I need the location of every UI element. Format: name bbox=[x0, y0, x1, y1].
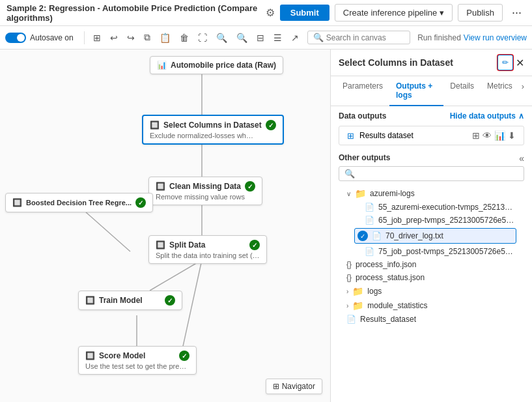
file-55[interactable]: 📄 55_azuremi-execution-tvmps_25213005726… bbox=[354, 201, 516, 214]
top-bar: Sample 2: Regression - Automobile Price … bbox=[0, 0, 532, 26]
file-icon-55: 📄 bbox=[365, 203, 374, 212]
panel-header: Select Columns in Dataset ✏ ✕ bbox=[331, 50, 532, 76]
submit-button[interactable]: Submit bbox=[280, 5, 329, 21]
pipeline-button[interactable]: Create inference pipeline ▾ bbox=[335, 4, 453, 22]
train-model-label: Train Model bbox=[99, 296, 143, 305]
results-file-icon: 📄 bbox=[346, 315, 356, 324]
clean-missing-node[interactable]: 🔲 Clean Missing Data ✓ Remove missing va… bbox=[148, 177, 262, 205]
boosted-node[interactable]: 🔲 Boosted Decision Tree Regre... ✓ bbox=[5, 193, 153, 212]
navigator-button[interactable]: ⊞ Navigator bbox=[266, 379, 322, 394]
split-icon: 🔲 bbox=[156, 240, 165, 250]
file-75[interactable]: 📄 75_job_post-tvmps_25213005726e56dba07a… bbox=[354, 245, 516, 258]
eye-icon[interactable]: 👁 bbox=[483, 130, 492, 141]
automobile-node[interactable]: 📊 Automobile price data (Raw) bbox=[150, 56, 283, 74]
process-info-file[interactable]: {} process_info.json bbox=[346, 258, 516, 271]
panel-edit-button[interactable]: ✏ bbox=[497, 55, 513, 70]
split-data-sub: Split the data into training set (0.7) a… bbox=[156, 251, 260, 259]
hide-data-outputs-link[interactable]: Hide data outputs bbox=[450, 111, 516, 121]
train-model-node[interactable]: 🔲 Train Model ✓ bbox=[78, 291, 182, 310]
visualize-icon[interactable]: ⊞ bbox=[472, 130, 480, 141]
file-icon-75: 📄 bbox=[365, 247, 374, 256]
publish-button[interactable]: Publish bbox=[458, 4, 503, 22]
zoom-in-button[interactable]: 🔍 bbox=[233, 31, 251, 45]
download-icon[interactable]: ⬇ bbox=[508, 130, 516, 141]
split-data-node[interactable]: 🔲 Split Data ✓ Split the data into train… bbox=[148, 235, 267, 264]
panel-close-button[interactable]: ✕ bbox=[516, 57, 524, 69]
svg-line-3 bbox=[85, 211, 130, 251]
file-70[interactable]: ✓ 📄 70_driver_log.txt bbox=[354, 228, 516, 244]
file-icon-70: 📄 bbox=[372, 231, 382, 240]
undo-button[interactable]: ↩ bbox=[107, 31, 121, 45]
file-55-label: 55_azuremi-execution-tvmps_25213005726e5… bbox=[378, 203, 516, 212]
collapse-button[interactable]: « bbox=[519, 153, 524, 164]
tab-metrics[interactable]: Metrics bbox=[481, 76, 519, 106]
separator-1 bbox=[84, 31, 85, 44]
autosave-switch[interactable] bbox=[5, 33, 26, 43]
toggle-thumb bbox=[17, 34, 25, 42]
zoom-out-button[interactable]: 🔍 bbox=[213, 31, 231, 45]
results-dataset-file[interactable]: 📄 Results_dataset bbox=[346, 313, 516, 326]
module-statistics-folder[interactable]: › 📁 module_statistics bbox=[346, 298, 516, 313]
tab-outputs-logs[interactable]: Outputs + logs bbox=[389, 76, 443, 106]
chevron-right-logs: › bbox=[346, 288, 348, 295]
more-options-button[interactable]: ··· bbox=[508, 5, 525, 21]
logs-label: logs bbox=[367, 287, 516, 296]
side-panel: Select Columns in Dataset ✏ ✕ Parameters… bbox=[330, 50, 532, 402]
file-tree: ∨ 📁 azuremi-logs 📄 55_azuremi-execution-… bbox=[339, 186, 524, 326]
results-dataset-label: Results dataset bbox=[359, 131, 413, 140]
automobile-node-header: 📊 Automobile price data (Raw) bbox=[157, 61, 276, 70]
dataset-action-icons: ⊞ 👁 📊 ⬇ bbox=[472, 130, 516, 141]
search-outputs-icon: 🔍 bbox=[344, 169, 355, 179]
pipeline-canvas[interactable]: 📊 Automobile price data (Raw) 🔲 Select C… bbox=[0, 50, 330, 402]
boosted-check: ✓ bbox=[135, 197, 146, 208]
canvas-search-input[interactable] bbox=[326, 33, 404, 42]
tab-outputs-label: Outputs + logs bbox=[396, 81, 432, 100]
score-model-node[interactable]: 🔲 Score Model ✓ Use the test set to get … bbox=[78, 346, 197, 375]
process-status-file[interactable]: {} process_status.json bbox=[346, 271, 516, 284]
clean-missing-sub: Remove missing value rows bbox=[156, 193, 255, 201]
tabs-arrow[interactable]: › bbox=[519, 76, 527, 106]
folder-icon: 📁 bbox=[355, 188, 366, 199]
paste-button[interactable]: 📋 bbox=[156, 31, 174, 45]
score-model-sub: Use the test set to get the predicted pr… bbox=[85, 362, 189, 370]
delete-button[interactable]: 🗑 bbox=[176, 31, 192, 45]
chevron-down-icon: ▾ bbox=[440, 8, 444, 18]
search-icon: 🔍 bbox=[313, 33, 324, 42]
autosave-label: Autosave on bbox=[30, 33, 74, 42]
json-icon-1: {} bbox=[346, 260, 352, 269]
search-outputs-input[interactable] bbox=[357, 169, 518, 179]
tab-metrics-label: Metrics bbox=[487, 81, 512, 91]
canvas-search-box: 🔍 bbox=[307, 31, 410, 44]
tab-parameters[interactable]: Parameters bbox=[336, 76, 389, 106]
split-data-header: 🔲 Split Data ✓ bbox=[156, 240, 260, 250]
select-columns-check: ✓ bbox=[266, 120, 276, 130]
view-run-link[interactable]: View run overview bbox=[464, 33, 527, 42]
run-status: Run finished bbox=[417, 33, 461, 42]
azuremi-logs-contents: 📄 55_azuremi-execution-tvmps_25213005726… bbox=[346, 201, 516, 258]
file-65[interactable]: 📄 65_job_prep-tvmps_25213005726e56dba07a… bbox=[354, 214, 516, 227]
settings-icon[interactable]: ⚙ bbox=[266, 7, 275, 19]
grid-button[interactable]: ⊞ bbox=[90, 31, 104, 45]
table-icon-2: ⊞ bbox=[347, 131, 354, 141]
layout-button[interactable]: ⊟ bbox=[253, 31, 268, 45]
redo-button[interactable]: ↪ bbox=[124, 31, 138, 45]
file-70-check: ✓ bbox=[357, 231, 368, 241]
tab-details-label: Details bbox=[450, 81, 474, 91]
clean-missing-check: ✓ bbox=[245, 181, 255, 192]
results-dataset-row[interactable]: ⊞ Results dataset ⊞ 👁 📊 ⬇ bbox=[339, 126, 524, 145]
data-outputs-label: Data outputs bbox=[339, 111, 386, 121]
export-button[interactable]: ↗ bbox=[288, 31, 302, 45]
chart-icon[interactable]: 📊 bbox=[494, 130, 505, 141]
autosave-toggle: Autosave on bbox=[5, 33, 74, 43]
settings2-button[interactable]: ☰ bbox=[270, 31, 285, 45]
clean-missing-label: Clean Missing Data bbox=[169, 182, 241, 191]
select-columns-node[interactable]: 🔲 Select Columns in Dataset ✓ Exclude no… bbox=[142, 115, 284, 145]
toolbar: Autosave on ⊞ ↩ ↪ ⧉ 📋 🗑 ⛶ 🔍 🔍 ⊟ ☰ ↗ 🔍 Ru… bbox=[0, 26, 532, 50]
clean-missing-header: 🔲 Clean Missing Data ✓ bbox=[156, 181, 255, 192]
logs-folder[interactable]: › 📁 logs bbox=[346, 284, 516, 298]
tab-details[interactable]: Details bbox=[443, 76, 481, 106]
copy-button[interactable]: ⧉ bbox=[141, 30, 154, 45]
azuremi-logs-folder[interactable]: ∨ 📁 azuremi-logs bbox=[346, 186, 516, 201]
score-model-label: Score Model bbox=[99, 351, 145, 360]
zoom-fit-button[interactable]: ⛶ bbox=[195, 31, 210, 45]
